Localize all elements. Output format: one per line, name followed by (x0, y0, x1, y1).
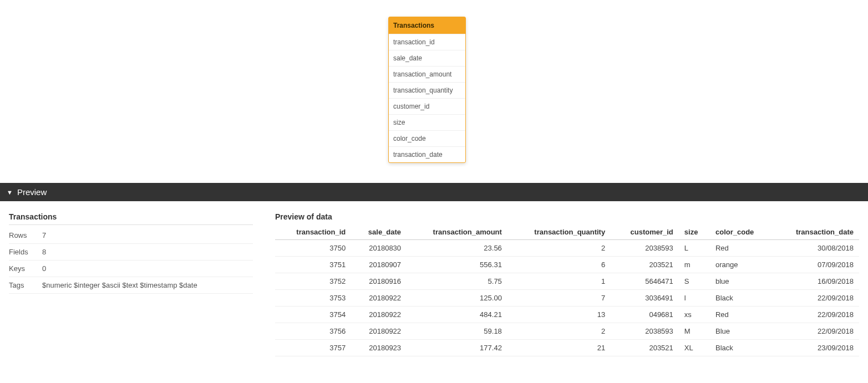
table-row[interactable]: 37502018083023.5622038593LRed30/08/2018 (275, 240, 859, 257)
table-cell: 20180907 (351, 257, 407, 273)
meta-value: 8 (42, 248, 253, 256)
column-header[interactable]: transaction_date (773, 224, 859, 240)
table-cell: 484.21 (407, 307, 507, 323)
table-cell: L (679, 240, 710, 257)
table-cell: 177.42 (407, 340, 507, 356)
meta-value: 7 (42, 231, 253, 239)
column-header[interactable]: transaction_amount (407, 224, 507, 240)
table-card-field[interactable]: sale_date (389, 50, 465, 66)
table-cell: orange (710, 257, 773, 273)
table-row[interactable]: 3752201809165.7515646471Sblue16/09/2018 (275, 273, 859, 290)
table-card-field[interactable]: color_code (389, 130, 465, 146)
table-row[interactable]: 375320180922125.0073036491lBlack22/09/20… (275, 290, 859, 307)
table-cell: 20180923 (351, 340, 407, 356)
table-card-field[interactable]: transaction_amount (389, 66, 465, 82)
table-cell: 20180922 (351, 307, 407, 323)
table-cell: 22/09/2018 (773, 323, 859, 340)
meta-pane: Transactions Rows7Fields8Keys0Tags$numer… (9, 212, 253, 356)
table-cell: 2 (507, 323, 611, 340)
table-cell: 2038593 (611, 323, 679, 340)
table-cell: 3753 (275, 290, 351, 307)
table-row[interactable]: 375720180923177.4221203521XLBlack23/09/2… (275, 340, 859, 356)
preview-title: Preview (17, 187, 47, 197)
table-card-field[interactable]: transaction_date (389, 146, 465, 162)
column-header[interactable]: size (679, 224, 710, 240)
table-cell: 3754 (275, 307, 351, 323)
meta-row: Keys0 (9, 261, 253, 277)
table-cell: 23.56 (407, 240, 507, 257)
preview-body: Transactions Rows7Fields8Keys0Tags$numer… (0, 201, 868, 367)
table-row[interactable]: 375120180907556.316203521morange07/09/20… (275, 257, 859, 273)
table-cell: 16/09/2018 (773, 273, 859, 290)
table-card-field[interactable]: transaction_id (389, 34, 465, 50)
table-card-field[interactable]: customer_id (389, 98, 465, 114)
table-cell: 30/08/2018 (773, 240, 859, 257)
table-cell: 20180830 (351, 240, 407, 257)
table-cell: 59.18 (407, 323, 507, 340)
table-cell: 3751 (275, 257, 351, 273)
table-cell: 3756 (275, 323, 351, 340)
table-cell: 20180916 (351, 273, 407, 290)
table-cell: l (679, 290, 710, 307)
table-cell: 5.75 (407, 273, 507, 290)
table-cell: 3757 (275, 340, 351, 356)
model-canvas[interactable]: Transactions transaction_idsale_datetran… (0, 0, 868, 183)
meta-key: Keys (9, 264, 42, 273)
table-cell: 203521 (611, 340, 679, 356)
table-cell: 20180922 (351, 323, 407, 340)
meta-row: Fields8 (9, 244, 253, 261)
table-cell: 6 (507, 257, 611, 273)
table-cell: m (679, 257, 710, 273)
table-cell: 22/09/2018 (773, 307, 859, 323)
table-cell: 20180922 (351, 290, 407, 307)
chevron-down-icon: ▼ (7, 189, 13, 196)
meta-row: Rows7 (9, 227, 253, 244)
table-cell: 3750 (275, 240, 351, 257)
table-cell: blue (710, 273, 773, 290)
table-row[interactable]: 375420180922484.2113049681xsRed22/09/201… (275, 307, 859, 323)
table-cell: 21 (507, 340, 611, 356)
table-cell: 3036491 (611, 290, 679, 307)
data-preview-title: Preview of data (275, 212, 859, 224)
table-card-field[interactable]: size (389, 114, 465, 130)
table-cell: Red (710, 240, 773, 257)
table-cell: 7 (507, 290, 611, 307)
table-row[interactable]: 37562018092259.1822038593MBlue22/09/2018 (275, 323, 859, 340)
column-header[interactable]: color_code (710, 224, 773, 240)
meta-title: Transactions (9, 212, 253, 225)
meta-row: Tags$numeric $integer $ascii $text $time… (9, 277, 253, 294)
preview-toggle-bar[interactable]: ▼ Preview (0, 183, 868, 201)
table-cell: 556.31 (407, 257, 507, 273)
table-card-field[interactable]: transaction_quantity (389, 82, 465, 98)
table-cell: 5646471 (611, 273, 679, 290)
table-cell: 2 (507, 240, 611, 257)
table-card-transactions[interactable]: Transactions transaction_idsale_datetran… (388, 17, 466, 163)
table-cell: XL (679, 340, 710, 356)
table-cell: S (679, 273, 710, 290)
meta-key: Tags (9, 281, 42, 289)
table-cell: 125.00 (407, 290, 507, 307)
table-card-header[interactable]: Transactions (389, 17, 465, 34)
table-cell: Blue (710, 323, 773, 340)
table-cell: Red (710, 307, 773, 323)
table-cell: M (679, 323, 710, 340)
table-cell: 13 (507, 307, 611, 323)
table-cell: 07/09/2018 (773, 257, 859, 273)
column-header[interactable]: transaction_quantity (507, 224, 611, 240)
column-header[interactable]: customer_id (611, 224, 679, 240)
meta-value: $numeric $integer $ascii $text $timestam… (42, 281, 253, 289)
table-cell: 049681 (611, 307, 679, 323)
table-cell: 3752 (275, 273, 351, 290)
table-cell: Black (710, 340, 773, 356)
table-cell: 2038593 (611, 240, 679, 257)
column-header[interactable]: sale_date (351, 224, 407, 240)
data-pane: Preview of data transaction_idsale_datet… (275, 212, 859, 356)
column-header[interactable]: transaction_id (275, 224, 351, 240)
table-cell: Black (710, 290, 773, 307)
meta-key: Rows (9, 231, 42, 239)
table-cell: xs (679, 307, 710, 323)
meta-value: 0 (42, 264, 253, 273)
table-cell: 203521 (611, 257, 679, 273)
table-cell: 22/09/2018 (773, 290, 859, 307)
table-cell: 23/09/2018 (773, 340, 859, 356)
